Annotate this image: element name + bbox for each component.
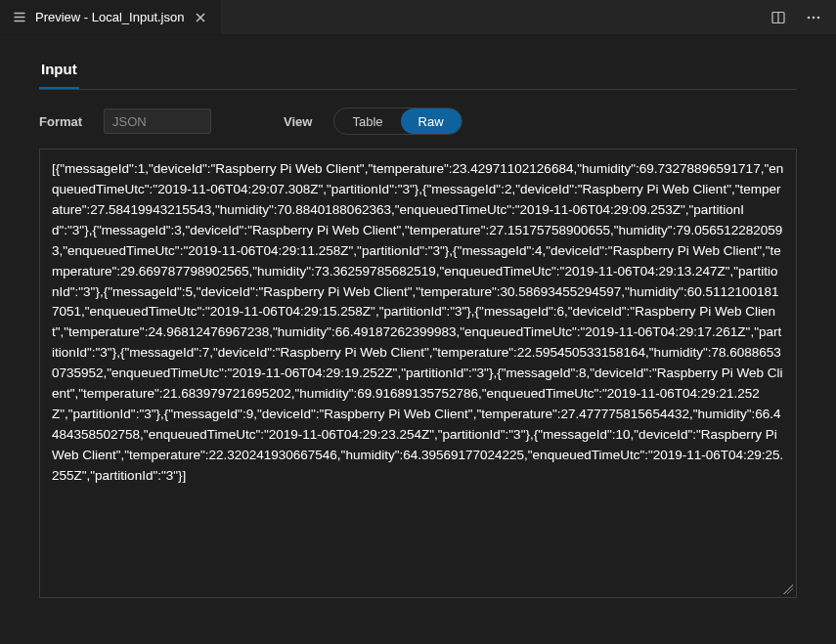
preview-content: Input Format View Table Raw [{"messageId… xyxy=(0,35,836,598)
editor-tab[interactable]: Preview - Local_Input.json xyxy=(0,0,222,34)
svg-point-9 xyxy=(817,16,820,19)
raw-output[interactable]: [{"messageId":1,"deviceId":"Raspberry Pi… xyxy=(39,149,797,598)
controls-row: Format View Table Raw xyxy=(39,90,797,149)
view-raw-button[interactable]: Raw xyxy=(401,108,462,134)
editor-tab-title: Preview - Local_Input.json xyxy=(35,10,184,24)
titlebar-actions xyxy=(756,0,836,34)
format-input[interactable] xyxy=(104,108,211,134)
section-tabs: Input xyxy=(39,55,797,90)
titlebar: Preview - Local_Input.json xyxy=(0,0,836,35)
tab-input[interactable]: Input xyxy=(39,55,79,89)
svg-point-7 xyxy=(808,16,811,19)
tab-input-label: Input xyxy=(41,61,77,77)
titlebar-spacer xyxy=(222,0,756,34)
svg-point-8 xyxy=(813,16,815,19)
close-tab-button[interactable] xyxy=(192,9,209,26)
preview-icon xyxy=(12,10,27,25)
raw-output-text: [{"messageId":1,"deviceId":"Raspberry Pi… xyxy=(52,161,783,483)
split-editor-button[interactable] xyxy=(768,7,789,28)
more-actions-button[interactable] xyxy=(803,7,824,28)
view-table-label: Table xyxy=(352,114,382,129)
view-raw-label: Raw xyxy=(418,114,444,129)
view-label: View xyxy=(284,114,312,129)
view-table-button[interactable]: Table xyxy=(334,108,400,134)
format-label: Format xyxy=(39,114,82,129)
view-toggle: Table Raw xyxy=(333,107,462,135)
